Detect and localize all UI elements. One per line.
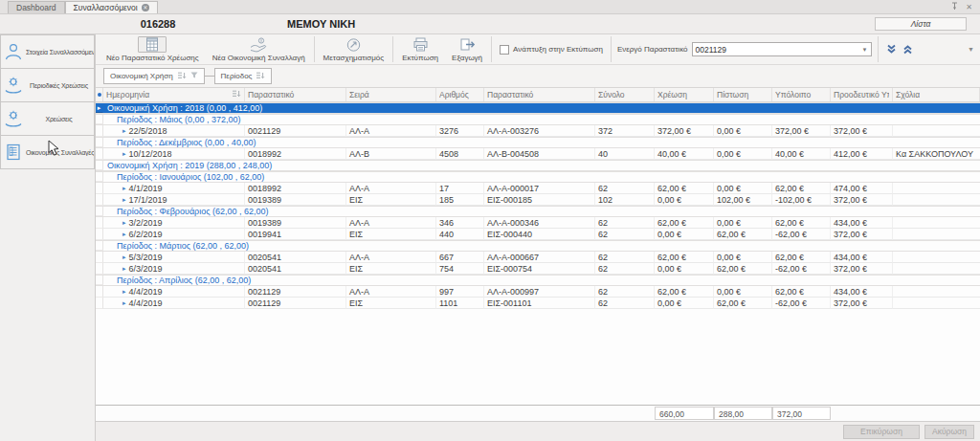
cell-date: ▸6/3/2019 [103,263,245,275]
transform-button[interactable]: Μετασχηματισμός [317,35,391,63]
checkbox-icon[interactable] [500,45,509,55]
cell-docref: ΕΙΣ-000185 [484,194,595,206]
sidebar-item-contact-details[interactable]: Στοιχεία Συναλλασσόμενου [0,34,95,69]
cell-credit: 0,00 € [714,183,772,194]
group-row-label: Οικονομική Χρήση : 2019 (288,00 , 248,00… [103,161,980,170]
table-row[interactable]: ▸10/12/20180018992ΑΛ-Β4508ΑΛ-Β-004508404… [96,148,980,160]
cancel-button[interactable]: Ακύρωση [924,425,974,439]
cell-series: ΑΛ-Α [346,183,436,194]
expand-icon[interactable]: ▸ [122,127,126,135]
cell-number: 667 [436,252,484,263]
active-document-combobox[interactable]: 0021129 ▼ [692,42,872,56]
cell-debit: 372,00 € [655,125,714,137]
column-header-comments[interactable]: Σχόλια [893,88,980,101]
collapse-all-icon[interactable] [886,41,897,58]
confirm-button[interactable]: Επικύρωση [843,425,920,439]
table-row[interactable]: ▸22/5/20180021129ΑΛ-Α3276ΑΛ-Α-0032763723… [96,125,980,137]
group-row[interactable]: Περίοδος : Δεκέμβριος (0,00 , 40,00) [96,137,980,148]
column-header-progressive[interactable]: Προοδευτικό Υπόλοιπο [831,88,893,101]
column-header-date[interactable]: Ημερομηνία [103,88,245,101]
chevron-down-icon[interactable]: ▼ [862,47,868,53]
expand-icon[interactable]: ▸ [122,196,126,204]
cell-credit: 102,00 € [714,194,772,206]
table-row[interactable]: ▸6/3/20190020541ΕΙΣ754ΕΙΣ-000754620,00 €… [96,263,980,275]
group-row[interactable]: ▸Οικονομική Χρήση : 2018 (0,00 , 412,00) [96,102,980,114]
column-header-credit[interactable]: Πίστωση [714,88,772,101]
column-header-number[interactable]: Αριθμός [436,88,484,101]
cell-value: 4/1/2019 [129,184,163,193]
expand-icon[interactable]: ▸ [122,254,126,261]
new-financial-transaction-button[interactable]: Νέα Οικονομική Συναλλαγή [206,35,312,63]
summary-balance-total: 372,00 [772,407,831,420]
table-row[interactable]: ▸5/3/20190020541ΑΛ-Α667ΑΛ-Α-0006676262,0… [96,252,980,263]
row-indicator [96,161,103,170]
column-header-label: Παραστατικό [248,90,343,99]
cell-balance: -62,00 € [772,263,831,275]
column-header-total[interactable]: Σύνολο [595,88,655,101]
grid-indicator-header [96,88,103,101]
cell-doc: 0021129 [245,298,346,309]
print-button[interactable]: Εκτύπωση [395,35,445,63]
expand-print-checkbox-group[interactable]: Ανάπτυξη στην Εκτύπωση [494,35,609,63]
group-field-1[interactable]: Οικονομική Χρήση [103,68,205,84]
expand-icon[interactable]: ▸ [122,185,126,192]
list-button[interactable]: Λίστα [875,17,967,31]
column-header-doc[interactable]: Παραστατικό [245,88,346,101]
export-button[interactable]: Εξαγωγή [445,35,489,63]
group-row[interactable]: Περίοδος : Φεβρουάριος (62,00 , 62,00) [96,206,980,217]
cell-progressive: 434,00 € [831,286,893,298]
cell-doc: 0021129 [245,286,346,298]
pin-icon[interactable] [951,2,958,11]
cell-total: 62 [595,229,655,240]
row-indicator [96,217,103,229]
table-row[interactable]: ▸4/4/20190021129ΑΛ-Α997ΑΛ-Α-0009976262,0… [96,286,980,298]
group-row[interactable]: Περίοδος : Ιανουάριος (102,00 , 62,00) [96,171,980,183]
sidebar-item-financial-transactions[interactable]: Οικονομικές Συναλλαγές [0,135,95,169]
group-row[interactable]: Περίοδος : Μάιος (0,00 , 372,00) [96,114,980,125]
group-row-label: Περίοδος : Ιανουάριος (102,00 , 62,00) [103,172,980,182]
new-charge-document-button[interactable]: Νέο Παραστατικό Χρέωσης [100,35,206,63]
tab-close-icon[interactable]: ✕ [142,4,149,11]
expand-icon[interactable]: ▸ [122,219,126,227]
table-row[interactable]: ▸6/2/20190019941ΕΙΣ440ΕΙΣ-000440620,00 €… [96,229,980,240]
cell-balance: -62,00 € [772,298,831,309]
expand-icon[interactable]: ▸ [122,150,126,158]
filter-icon[interactable] [190,72,198,80]
tab-dashboard[interactable]: Dashboard [8,1,65,13]
cell-series: ΑΛ-Α [346,286,436,298]
group-field-2[interactable]: Περίοδος [214,68,273,84]
cell-credit: 0,00 € [714,252,772,263]
table-row[interactable]: ▸3/2/20190019389ΑΛ-Α346ΑΛ-Α-0003466262,0… [96,217,980,229]
sidebar-item-periodic-charges[interactable]: Περιοδικές Χρεώσεις [0,68,95,102]
column-header-series[interactable]: Σειρά [346,88,436,101]
expand-all-icon[interactable] [902,41,913,58]
column-header-balance[interactable]: Υπόλοιπο [772,88,831,101]
group-row[interactable]: Οικονομική Χρήση : 2019 (288,00 , 248,00… [96,160,980,171]
cell-date: ▸5/3/2019 [103,252,245,263]
column-header-docref[interactable]: Παραστατικό [484,88,595,101]
table-row[interactable]: ▸4/1/20190018992ΑΛ-Α17ΑΛ-Α-0000176262,00… [96,183,980,194]
group-row[interactable]: Περίοδος : Απρίλιος (62,00 , 62,00) [96,275,980,286]
expand-icon[interactable]: ▸ [122,288,126,296]
cell-doc: 0018992 [245,148,346,160]
cell-series: ΕΙΣ [346,194,436,206]
cell-comments [893,229,980,240]
expand-icon[interactable]: ▸ [122,265,126,273]
cell-date: ▸3/2/2019 [103,217,245,229]
expand-icon[interactable]: ▸ [122,299,126,307]
cell-credit: 0,00 € [714,286,772,298]
column-header-debit[interactable]: Χρέωση [655,88,714,101]
expand-icon[interactable]: ▸ [122,231,126,238]
table-row[interactable]: ▸17/1/20190019389ΕΙΣ185ΕΙΣ-0001851020,00… [96,194,980,206]
row-indicator [96,194,103,206]
cell-debit: 62,00 € [655,252,714,263]
sidebar-item-charges[interactable]: Χρεώσεις [0,101,95,136]
table-row[interactable]: ▸4/4/20190021129ΕΙΣ1101ΕΙΣ-001101620,00 … [96,298,980,309]
cell-total: 102 [595,194,655,206]
close-icon[interactable]: ✕ [966,3,972,11]
group-row[interactable]: Περίοδος : Μάρτιος (62,00 , 62,00) [96,240,980,252]
toolbar-overflow-icon[interactable]: ▼ [968,35,978,63]
group-row-label: Περίοδος : Δεκέμβριος (0,00 , 40,00) [103,138,980,147]
tab-synallassomenoi[interactable]: Συναλλασσόμενοι ✕ [65,1,158,13]
cell-comments [893,194,980,206]
